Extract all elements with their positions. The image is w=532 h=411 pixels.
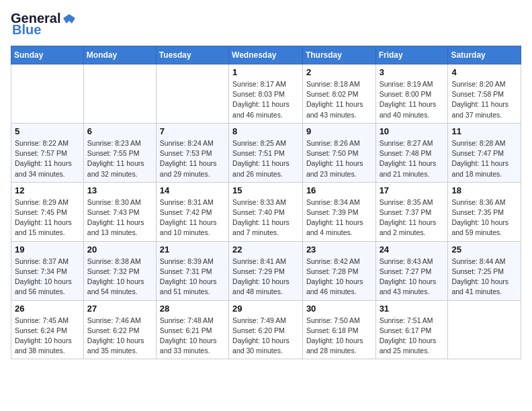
calendar-day-30: 30Sunrise: 7:50 AM Sunset: 6:18 PM Dayli… <box>302 300 375 359</box>
day-number: 26 <box>15 304 80 314</box>
day-info: Sunrise: 8:43 AM Sunset: 7:27 PM Dayligh… <box>380 257 445 298</box>
day-number: 11 <box>451 126 517 136</box>
day-info: Sunrise: 8:34 AM Sunset: 7:39 PM Dayligh… <box>306 197 372 238</box>
empty-cell <box>448 300 521 359</box>
day-info: Sunrise: 7:51 AM Sunset: 6:17 PM Dayligh… <box>380 316 445 357</box>
day-number: 6 <box>87 126 152 136</box>
calendar-table: SundayMondayTuesdayWednesdayThursdayFrid… <box>11 46 521 359</box>
day-info: Sunrise: 7:49 AM Sunset: 6:20 PM Dayligh… <box>232 316 299 357</box>
day-number: 30 <box>306 304 372 314</box>
day-number: 10 <box>380 126 445 136</box>
day-info: Sunrise: 8:44 AM Sunset: 7:25 PM Dayligh… <box>451 257 517 298</box>
day-number: 28 <box>160 304 225 314</box>
day-number: 17 <box>380 185 445 195</box>
day-info: Sunrise: 7:48 AM Sunset: 6:21 PM Dayligh… <box>160 316 225 357</box>
day-number: 27 <box>87 304 152 314</box>
svg-marker-0 <box>63 14 75 24</box>
calendar-day-19: 19Sunrise: 8:37 AM Sunset: 7:34 PM Dayli… <box>11 241 84 300</box>
day-info: Sunrise: 8:19 AM Sunset: 8:00 PM Dayligh… <box>380 79 445 120</box>
day-number: 16 <box>306 185 372 195</box>
calendar-day-1: 1Sunrise: 8:17 AM Sunset: 8:03 PM Daylig… <box>229 64 303 124</box>
day-info: Sunrise: 8:38 AM Sunset: 7:32 PM Dayligh… <box>87 257 152 298</box>
day-header-wednesday: Wednesday <box>229 46 303 64</box>
calendar-day-31: 31Sunrise: 7:51 AM Sunset: 6:17 PM Dayli… <box>375 300 448 359</box>
calendar-day-21: 21Sunrise: 8:39 AM Sunset: 7:31 PM Dayli… <box>156 241 228 300</box>
calendar-day-9: 9Sunrise: 8:26 AM Sunset: 7:50 PM Daylig… <box>302 123 375 182</box>
calendar-day-25: 25Sunrise: 8:44 AM Sunset: 7:25 PM Dayli… <box>448 241 521 300</box>
calendar-day-18: 18Sunrise: 8:36 AM Sunset: 7:35 PM Dayli… <box>448 182 521 241</box>
calendar-week-4: 19Sunrise: 8:37 AM Sunset: 7:34 PM Dayli… <box>11 241 521 300</box>
day-info: Sunrise: 8:17 AM Sunset: 8:03 PM Dayligh… <box>232 79 299 120</box>
header-row: SundayMondayTuesdayWednesdayThursdayFrid… <box>11 46 521 64</box>
day-info: Sunrise: 8:25 AM Sunset: 7:51 PM Dayligh… <box>232 138 299 179</box>
day-header-friday: Friday <box>375 46 448 64</box>
day-info: Sunrise: 8:36 AM Sunset: 7:35 PM Dayligh… <box>451 197 517 238</box>
day-number: 25 <box>451 244 517 255</box>
calendar-week-1: 1Sunrise: 8:17 AM Sunset: 8:03 PM Daylig… <box>11 64 521 124</box>
day-info: Sunrise: 8:26 AM Sunset: 7:50 PM Dayligh… <box>306 138 372 179</box>
day-info: Sunrise: 8:27 AM Sunset: 7:48 PM Dayligh… <box>380 138 445 179</box>
calendar-day-7: 7Sunrise: 8:24 AM Sunset: 7:53 PM Daylig… <box>156 123 228 182</box>
calendar-day-24: 24Sunrise: 8:43 AM Sunset: 7:27 PM Dayli… <box>375 241 448 300</box>
day-info: Sunrise: 7:50 AM Sunset: 6:18 PM Dayligh… <box>306 316 372 357</box>
calendar-day-17: 17Sunrise: 8:35 AM Sunset: 7:37 PM Dayli… <box>375 182 448 241</box>
day-number: 12 <box>15 185 80 195</box>
calendar-day-22: 22Sunrise: 8:41 AM Sunset: 7:29 PM Dayli… <box>229 241 303 300</box>
calendar-day-3: 3Sunrise: 8:19 AM Sunset: 8:00 PM Daylig… <box>375 64 448 124</box>
day-info: Sunrise: 7:46 AM Sunset: 6:22 PM Dayligh… <box>87 316 152 357</box>
day-number: 9 <box>306 126 372 136</box>
calendar-day-14: 14Sunrise: 8:31 AM Sunset: 7:42 PM Dayli… <box>156 182 228 241</box>
calendar-week-2: 5Sunrise: 8:22 AM Sunset: 7:57 PM Daylig… <box>11 123 521 182</box>
day-header-monday: Monday <box>83 46 156 64</box>
empty-cell <box>156 64 228 124</box>
calendar-day-27: 27Sunrise: 7:46 AM Sunset: 6:22 PM Dayli… <box>83 300 156 359</box>
day-info: Sunrise: 8:41 AM Sunset: 7:29 PM Dayligh… <box>232 257 299 298</box>
day-number: 24 <box>380 244 445 255</box>
day-info: Sunrise: 8:37 AM Sunset: 7:34 PM Dayligh… <box>15 257 80 298</box>
day-info: Sunrise: 8:30 AM Sunset: 7:43 PM Dayligh… <box>87 197 152 238</box>
day-info: Sunrise: 8:29 AM Sunset: 7:45 PM Dayligh… <box>15 197 80 238</box>
day-info: Sunrise: 8:31 AM Sunset: 7:42 PM Dayligh… <box>160 197 225 238</box>
day-number: 20 <box>87 244 152 255</box>
calendar-day-16: 16Sunrise: 8:34 AM Sunset: 7:39 PM Dayli… <box>302 182 375 241</box>
day-info: Sunrise: 8:18 AM Sunset: 8:02 PM Dayligh… <box>306 79 372 120</box>
calendar-day-28: 28Sunrise: 7:48 AM Sunset: 6:21 PM Dayli… <box>156 300 228 359</box>
calendar-day-8: 8Sunrise: 8:25 AM Sunset: 7:51 PM Daylig… <box>229 123 303 182</box>
day-number: 31 <box>380 304 445 314</box>
day-info: Sunrise: 8:22 AM Sunset: 7:57 PM Dayligh… <box>15 138 80 179</box>
day-number: 5 <box>15 126 80 136</box>
day-number: 3 <box>380 67 445 77</box>
calendar-day-4: 4Sunrise: 8:20 AM Sunset: 7:58 PM Daylig… <box>448 64 521 124</box>
day-header-tuesday: Tuesday <box>156 46 228 64</box>
day-info: Sunrise: 8:24 AM Sunset: 7:53 PM Dayligh… <box>160 138 225 179</box>
day-info: Sunrise: 8:20 AM Sunset: 7:58 PM Dayligh… <box>451 79 517 120</box>
day-header-saturday: Saturday <box>448 46 521 64</box>
day-info: Sunrise: 8:28 AM Sunset: 7:47 PM Dayligh… <box>451 138 517 179</box>
calendar-day-15: 15Sunrise: 8:33 AM Sunset: 7:40 PM Dayli… <box>229 182 303 241</box>
day-info: Sunrise: 8:35 AM Sunset: 7:37 PM Dayligh… <box>380 197 445 238</box>
calendar-day-20: 20Sunrise: 8:38 AM Sunset: 7:32 PM Dayli… <box>83 241 156 300</box>
logo-blue-text: Blue <box>12 22 41 38</box>
day-number: 19 <box>15 244 80 255</box>
calendar-day-13: 13Sunrise: 8:30 AM Sunset: 7:43 PM Dayli… <box>83 182 156 241</box>
logo-bird-icon <box>62 11 77 26</box>
calendar-day-5: 5Sunrise: 8:22 AM Sunset: 7:57 PM Daylig… <box>11 123 84 182</box>
day-info: Sunrise: 8:42 AM Sunset: 7:28 PM Dayligh… <box>306 257 372 298</box>
day-number: 15 <box>232 185 299 195</box>
day-header-thursday: Thursday <box>302 46 375 64</box>
calendar-week-5: 26Sunrise: 7:45 AM Sunset: 6:24 PM Dayli… <box>11 300 521 359</box>
calendar-day-11: 11Sunrise: 8:28 AM Sunset: 7:47 PM Dayli… <box>448 123 521 182</box>
calendar-day-2: 2Sunrise: 8:18 AM Sunset: 8:02 PM Daylig… <box>302 64 375 124</box>
day-number: 4 <box>451 67 517 77</box>
empty-cell <box>11 64 84 124</box>
day-info: Sunrise: 8:23 AM Sunset: 7:55 PM Dayligh… <box>87 138 152 179</box>
calendar-day-12: 12Sunrise: 8:29 AM Sunset: 7:45 PM Dayli… <box>11 182 84 241</box>
day-number: 14 <box>160 185 225 195</box>
day-number: 21 <box>160 244 225 255</box>
day-number: 1 <box>232 67 299 77</box>
day-number: 18 <box>451 185 517 195</box>
day-number: 8 <box>232 126 299 136</box>
calendar-day-29: 29Sunrise: 7:49 AM Sunset: 6:20 PM Dayli… <box>229 300 303 359</box>
day-info: Sunrise: 7:45 AM Sunset: 6:24 PM Dayligh… <box>15 316 80 357</box>
day-number: 22 <box>232 244 299 255</box>
